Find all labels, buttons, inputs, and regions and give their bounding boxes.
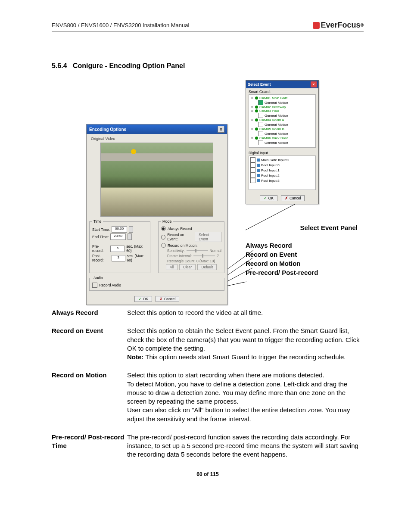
parallel-icon — [257, 179, 260, 182]
desc-always-record: Always Record Select this option to reco… — [52, 308, 364, 317]
x-icon: ✗ — [159, 297, 163, 301]
brand-logo: EverFocus® — [313, 21, 364, 30]
x-icon: ✗ — [285, 196, 288, 200]
callout-always-record: Always Record — [246, 242, 358, 249]
spinner-icon[interactable] — [128, 233, 132, 240]
tree-camera[interactable]: ⊟CAM01 Main Gate — [250, 96, 314, 100]
tree-camera[interactable]: ⊟CAM02 Driveway — [250, 105, 314, 109]
section-heading: 5.6.4 Conigure - Encoding Option Panel — [52, 62, 364, 70]
tree-camera[interactable]: ⊟CAM04 Room A — [250, 118, 314, 122]
spinner-icon[interactable] — [129, 226, 133, 233]
all-button[interactable]: All — [166, 264, 177, 270]
camera-icon — [255, 109, 258, 112]
select-event-button[interactable]: Select Event — [195, 232, 221, 242]
digital-input-list[interactable]: Main Gate Input:0Pool Input:0Pool Input:… — [249, 156, 316, 190]
tree-general-motion[interactable]: General Motion — [258, 100, 314, 105]
post-record-input[interactable]: 3 — [112, 255, 125, 261]
frame-interval-slider[interactable] — [193, 255, 215, 256]
callout-select-event: Select Event Panel — [246, 224, 358, 231]
close-icon[interactable]: × — [311, 81, 317, 87]
figure: Encoding Options × Original Video Time S… — [52, 80, 364, 296]
audio-fieldset: Audio Record Audio — [89, 276, 224, 291]
page-number: 60 of 115 — [52, 471, 364, 477]
record-audio-checkbox[interactable] — [92, 283, 97, 288]
page-header: ENVS800 / ENVS1600 / ENVS3200 Installati… — [52, 21, 364, 32]
smart-guard-tree[interactable]: ⊟CAM01 Main GateGeneral Motion⊟CAM02 Dri… — [249, 94, 316, 148]
digital-input-item[interactable]: Main Gate Input:0 — [250, 157, 314, 162]
manual-title: ENVS800 / ENVS1600 / ENVS3200 Installati… — [52, 22, 189, 28]
tree-camera[interactable]: ⊟CAM05 Room B — [250, 127, 314, 131]
always-record-radio[interactable] — [161, 226, 166, 231]
parallel-icon — [257, 159, 260, 162]
end-time-input[interactable]: 23:59 — [110, 233, 126, 240]
tree-general-motion[interactable]: General Motion — [258, 122, 314, 127]
cancel-button[interactable]: ✗Cancel — [156, 296, 179, 302]
callout-record-on-event: Record on Event — [246, 251, 358, 258]
start-time-input[interactable]: 00:00 — [112, 226, 127, 233]
parallel-icon — [257, 174, 260, 177]
parallel-icon — [257, 169, 260, 172]
camera-icon — [255, 128, 258, 131]
tree-camera[interactable]: ⊟CAM06 Back Door — [250, 136, 314, 140]
desc-record-on-motion: Record on Motion Select this option to s… — [52, 371, 364, 423]
default-button[interactable]: Default — [197, 264, 217, 270]
digital-input-item[interactable]: Pool Input:3 — [250, 178, 314, 183]
tree-general-motion[interactable]: General Motion — [258, 140, 314, 145]
desc-pre-post: Pre-record/ Post-record Time The pre-rec… — [52, 433, 364, 459]
select-event-cancel-button[interactable]: ✗Cancel — [281, 195, 305, 201]
pre-record-input[interactable]: 5 — [110, 246, 125, 252]
ok-button[interactable]: ✓OK — [134, 296, 152, 302]
encoding-title: Encoding Options — [89, 127, 126, 132]
record-on-motion-radio[interactable] — [161, 243, 166, 248]
tree-general-motion[interactable]: General Motion — [258, 131, 314, 136]
original-video-label: Original Video — [87, 134, 227, 143]
check-icon: ✓ — [138, 297, 142, 301]
tree-general-motion[interactable]: General Motion — [258, 113, 314, 118]
select-event-window: Select Event × Smart Guard: ⊟CAM01 Main … — [246, 80, 319, 204]
sensitivity-slider[interactable] — [187, 250, 208, 251]
tree-camera[interactable]: ⊟CAM03 Pool — [250, 109, 314, 113]
select-event-title: Select Event — [248, 82, 271, 87]
check-icon: ✓ — [264, 196, 267, 200]
video-thumbnail — [100, 143, 213, 217]
everfocus-icon — [313, 22, 320, 29]
camera-icon — [255, 96, 258, 100]
record-on-event-radio[interactable] — [161, 235, 165, 240]
callout-pre-post: Pre-record/ Post-record — [246, 269, 358, 276]
digital-input-item[interactable]: Pool Input:1 — [250, 168, 314, 173]
clear-button[interactable]: Clear — [179, 264, 196, 270]
camera-icon — [255, 137, 258, 140]
camera-icon — [255, 106, 258, 109]
camera-icon — [255, 118, 258, 121]
callouts: Select Event Panel Always Record Record … — [246, 222, 358, 278]
digital-input-item[interactable]: Pool Input:2 — [250, 173, 314, 178]
desc-record-on-event: Record on Event Select this option to ob… — [52, 327, 364, 361]
close-icon[interactable]: × — [218, 126, 224, 133]
digital-input-item[interactable]: Pool Input:0 — [250, 162, 314, 168]
encoding-options-window: Encoding Options × Original Video Time S… — [86, 124, 227, 305]
select-event-ok-button[interactable]: ✓OK — [260, 195, 277, 201]
callout-record-on-motion: Record on Motion — [246, 260, 358, 267]
mode-fieldset: Mode Always Record Record on Event: Sele… — [158, 219, 224, 273]
parallel-icon — [257, 164, 260, 167]
time-fieldset: Time Start Time: 00:00 End Time: 23:59 P… — [89, 219, 150, 273]
